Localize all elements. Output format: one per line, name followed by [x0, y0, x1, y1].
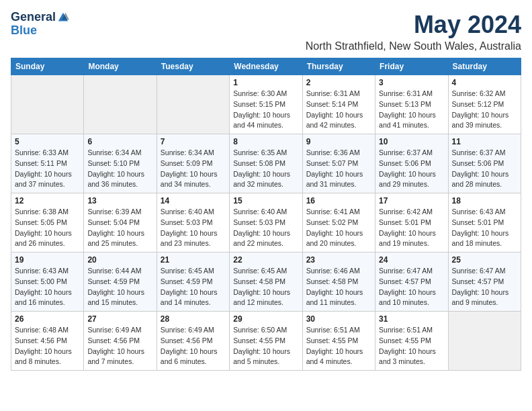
day-info: Sunrise: 6:43 AMSunset: 5:00 PMDaylight:…	[15, 266, 80, 308]
day-number: 9	[306, 137, 371, 146]
page-header: General Blue May 2024 North Strathfield,…	[11, 11, 521, 52]
day-number: 11	[452, 137, 517, 146]
logo: General Blue	[11, 11, 69, 38]
day-number: 10	[379, 137, 444, 146]
calendar-cell: 18Sunrise: 6:43 AMSunset: 5:01 PMDayligh…	[448, 193, 521, 253]
calendar-cell: 29Sunrise: 6:50 AMSunset: 4:55 PMDayligh…	[230, 312, 302, 371]
calendar-cell: 4Sunrise: 6:32 AMSunset: 5:12 PMDaylight…	[448, 75, 521, 134]
calendar-cell: 12Sunrise: 6:38 AMSunset: 5:05 PMDayligh…	[11, 193, 84, 253]
title-area: May 2024 North Strathfield, New South Wa…	[306, 11, 521, 52]
day-info: Sunrise: 6:49 AMSunset: 4:56 PMDaylight:…	[161, 325, 226, 367]
day-info: Sunrise: 6:31 AMSunset: 5:13 PMDaylight:…	[379, 89, 444, 131]
day-number: 24	[379, 255, 444, 265]
calendar-cell: 25Sunrise: 6:47 AMSunset: 4:57 PMDayligh…	[448, 253, 521, 312]
day-number: 20	[87, 255, 152, 265]
calendar-cell	[157, 75, 229, 134]
calendar-cell: 5Sunrise: 6:33 AMSunset: 5:11 PMDaylight…	[11, 134, 84, 193]
day-info: Sunrise: 6:48 AMSunset: 4:56 PMDaylight:…	[15, 325, 80, 367]
header-tuesday: Tuesday	[157, 58, 229, 75]
day-info: Sunrise: 6:47 AMSunset: 4:57 PMDaylight:…	[452, 266, 517, 308]
day-number: 16	[306, 196, 371, 205]
day-number: 7	[161, 137, 226, 146]
day-info: Sunrise: 6:37 AMSunset: 5:06 PMDaylight:…	[379, 148, 444, 190]
header-friday: Friday	[375, 58, 448, 75]
week-row-1: 1Sunrise: 6:30 AMSunset: 5:15 PMDaylight…	[11, 75, 521, 134]
calendar-cell: 27Sunrise: 6:49 AMSunset: 4:56 PMDayligh…	[84, 312, 157, 371]
calendar-cell: 28Sunrise: 6:49 AMSunset: 4:56 PMDayligh…	[157, 312, 229, 371]
calendar-cell: 3Sunrise: 6:31 AMSunset: 5:13 PMDaylight…	[375, 75, 448, 134]
calendar-cell: 30Sunrise: 6:51 AMSunset: 4:55 PMDayligh…	[302, 312, 375, 371]
day-number: 30	[306, 314, 371, 324]
day-info: Sunrise: 6:42 AMSunset: 5:01 PMDaylight:…	[379, 207, 444, 249]
day-info: Sunrise: 6:49 AMSunset: 4:56 PMDaylight:…	[87, 325, 152, 367]
day-number: 28	[161, 314, 226, 324]
header-wednesday: Wednesday	[230, 58, 302, 75]
calendar-cell: 9Sunrise: 6:36 AMSunset: 5:07 PMDaylight…	[302, 134, 375, 193]
logo-icon	[57, 11, 69, 24]
day-info: Sunrise: 6:34 AMSunset: 5:10 PMDaylight:…	[87, 148, 152, 190]
day-number: 3	[379, 78, 444, 87]
day-info: Sunrise: 6:36 AMSunset: 5:07 PMDaylight:…	[306, 148, 371, 190]
calendar-cell: 24Sunrise: 6:47 AMSunset: 4:57 PMDayligh…	[375, 253, 448, 312]
day-number: 29	[233, 314, 298, 324]
calendar-cell	[84, 75, 157, 134]
calendar-cell: 20Sunrise: 6:44 AMSunset: 4:59 PMDayligh…	[84, 253, 157, 312]
day-info: Sunrise: 6:37 AMSunset: 5:06 PMDaylight:…	[452, 148, 517, 190]
day-info: Sunrise: 6:45 AMSunset: 4:58 PMDaylight:…	[233, 266, 298, 308]
day-number: 15	[233, 196, 298, 205]
calendar-cell: 7Sunrise: 6:34 AMSunset: 5:09 PMDaylight…	[157, 134, 229, 193]
logo-general-text: General	[11, 11, 56, 24]
day-number: 31	[379, 314, 444, 324]
day-number: 4	[452, 78, 517, 87]
calendar-cell: 15Sunrise: 6:40 AMSunset: 5:03 PMDayligh…	[230, 193, 302, 253]
day-info: Sunrise: 6:44 AMSunset: 4:59 PMDaylight:…	[87, 266, 152, 308]
calendar-cell: 10Sunrise: 6:37 AMSunset: 5:06 PMDayligh…	[375, 134, 448, 193]
day-info: Sunrise: 6:40 AMSunset: 5:03 PMDaylight:…	[161, 207, 226, 249]
calendar-cell: 13Sunrise: 6:39 AMSunset: 5:04 PMDayligh…	[84, 193, 157, 253]
day-info: Sunrise: 6:41 AMSunset: 5:02 PMDaylight:…	[306, 207, 371, 249]
day-info: Sunrise: 6:35 AMSunset: 5:08 PMDaylight:…	[233, 148, 298, 190]
calendar-cell	[11, 75, 84, 134]
calendar-cell: 2Sunrise: 6:31 AMSunset: 5:14 PMDaylight…	[302, 75, 375, 134]
calendar-cell: 14Sunrise: 6:40 AMSunset: 5:03 PMDayligh…	[157, 193, 229, 253]
calendar-cell: 16Sunrise: 6:41 AMSunset: 5:02 PMDayligh…	[302, 193, 375, 253]
day-number: 19	[15, 255, 80, 265]
calendar-cell: 8Sunrise: 6:35 AMSunset: 5:08 PMDaylight…	[230, 134, 302, 193]
main-title: May 2024	[306, 11, 521, 39]
calendar-cell	[448, 312, 521, 371]
day-info: Sunrise: 6:38 AMSunset: 5:05 PMDaylight:…	[15, 207, 80, 249]
day-number: 17	[379, 196, 444, 205]
header-row: SundayMondayTuesdayWednesdayThursdayFrid…	[11, 58, 521, 75]
calendar-cell: 21Sunrise: 6:45 AMSunset: 4:59 PMDayligh…	[157, 253, 229, 312]
day-info: Sunrise: 6:51 AMSunset: 4:55 PMDaylight:…	[306, 325, 371, 367]
day-info: Sunrise: 6:34 AMSunset: 5:09 PMDaylight:…	[161, 148, 226, 190]
day-number: 2	[306, 78, 371, 87]
day-number: 1	[233, 78, 298, 87]
day-number: 13	[87, 196, 152, 205]
day-info: Sunrise: 6:32 AMSunset: 5:12 PMDaylight:…	[452, 89, 517, 131]
day-number: 23	[306, 255, 371, 265]
header-monday: Monday	[84, 58, 157, 75]
calendar-cell: 23Sunrise: 6:46 AMSunset: 4:58 PMDayligh…	[302, 253, 375, 312]
day-info: Sunrise: 6:43 AMSunset: 5:01 PMDaylight:…	[452, 207, 517, 249]
header-saturday: Saturday	[448, 58, 521, 75]
day-number: 26	[15, 314, 80, 324]
day-info: Sunrise: 6:40 AMSunset: 5:03 PMDaylight:…	[233, 207, 298, 249]
week-row-4: 19Sunrise: 6:43 AMSunset: 5:00 PMDayligh…	[11, 253, 521, 312]
day-info: Sunrise: 6:45 AMSunset: 4:59 PMDaylight:…	[161, 266, 226, 308]
day-number: 8	[233, 137, 298, 146]
calendar-cell: 19Sunrise: 6:43 AMSunset: 5:00 PMDayligh…	[11, 253, 84, 312]
day-info: Sunrise: 6:47 AMSunset: 4:57 PMDaylight:…	[379, 266, 444, 308]
header-sunday: Sunday	[11, 58, 84, 75]
logo-blue-text: Blue	[11, 24, 37, 38]
day-number: 6	[87, 137, 152, 146]
day-info: Sunrise: 6:39 AMSunset: 5:04 PMDaylight:…	[87, 207, 152, 249]
day-info: Sunrise: 6:51 AMSunset: 4:55 PMDaylight:…	[379, 325, 444, 367]
day-info: Sunrise: 6:30 AMSunset: 5:15 PMDaylight:…	[233, 89, 298, 131]
calendar-cell: 17Sunrise: 6:42 AMSunset: 5:01 PMDayligh…	[375, 193, 448, 253]
calendar: SundayMondayTuesdayWednesdayThursdayFrid…	[11, 58, 521, 371]
calendar-cell: 22Sunrise: 6:45 AMSunset: 4:58 PMDayligh…	[230, 253, 302, 312]
calendar-cell: 6Sunrise: 6:34 AMSunset: 5:10 PMDaylight…	[84, 134, 157, 193]
day-number: 22	[233, 255, 298, 265]
calendar-cell: 11Sunrise: 6:37 AMSunset: 5:06 PMDayligh…	[448, 134, 521, 193]
